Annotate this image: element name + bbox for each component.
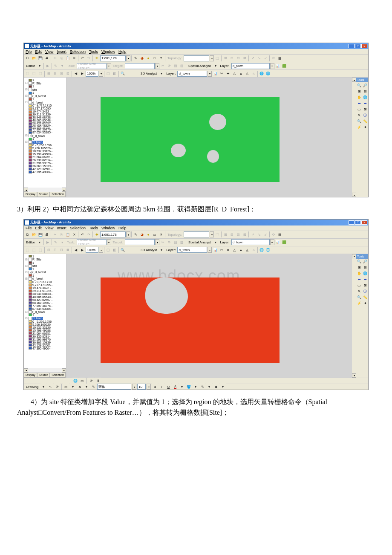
copy-icon[interactable]: ⎘ (58, 231, 64, 237)
font-field[interactable]: 宋体 (97, 384, 131, 390)
underline-icon[interactable]: U (165, 384, 171, 390)
editor-label[interactable]: Editor (25, 240, 36, 244)
interp-icon-3[interactable]: ◬ (244, 71, 250, 77)
scroll-left-icon[interactable]: ◂ (24, 368, 28, 373)
topo-icon-10[interactable]: ▦ (277, 55, 283, 61)
prev-extent-icon[interactable]: ⬅ (356, 100, 362, 106)
fill-color-icon[interactable]: 🪣 (186, 384, 192, 390)
spatial-analyst-label[interactable]: Spatial Analyst (187, 240, 212, 244)
toc-layer-item[interactable]: 1 (25, 85, 65, 88)
toc-layer-item[interactable]: 5,266.165626 - (25, 323, 65, 326)
save-icon[interactable]: 💾 (37, 55, 43, 61)
target-dropdown-icon[interactable]: ▾ (155, 239, 159, 245)
add-data-icon[interactable]: ✚ (94, 55, 100, 61)
scene-icon[interactable]: 🌐 (259, 71, 265, 77)
save-icon[interactable]: 💾 (37, 231, 43, 237)
interp-icon-1[interactable]: △ (231, 71, 237, 77)
pause-icon[interactable]: ⏸ (95, 378, 101, 384)
menu-edit[interactable]: Edit (35, 226, 42, 230)
copy-icon[interactable]: ⎘ (58, 55, 64, 61)
toc-layer-item[interactable]: ⊟R_Site (25, 258, 65, 261)
toc-tab-source[interactable]: Source (37, 192, 50, 197)
topology-dropdown-icon[interactable]: ▾ (210, 231, 214, 237)
paste-icon[interactable]: 📋 (65, 231, 71, 237)
scroll-up-icon[interactable]: ▴ (352, 78, 356, 82)
toc-layer-item[interactable]: 1 (25, 98, 65, 101)
map-view[interactable]: ▴ ▾ (66, 78, 356, 197)
toc-layer-item[interactable]: 68,160.19767 - (25, 125, 65, 128)
toc-layer-item[interactable]: 58,423.02657 - (25, 298, 65, 301)
data-view-icon[interactable]: 🌐 (72, 378, 78, 384)
layout-view-icon[interactable]: ▭ (79, 378, 85, 384)
menu-window[interactable]: Window (101, 226, 115, 230)
new-rect-dd-icon[interactable]: ▾ (70, 384, 76, 390)
undo-icon[interactable]: ↶ (79, 55, 85, 61)
line-color-dd-icon[interactable]: ▾ (206, 384, 212, 390)
toc-layer-item[interactable]: 48,685.85548 - (25, 295, 65, 298)
measure-icon[interactable]: 📏 (362, 295, 368, 301)
toc-layer-item[interactable]: ⊟d_town (25, 140, 65, 144)
toc-layer-item[interactable]: 1 (25, 78, 65, 81)
identify-icon[interactable]: ⓘ (362, 112, 368, 118)
cut-icon[interactable]: ✂ (52, 231, 58, 237)
zoom-dropdown-icon[interactable]: ▾ (99, 71, 103, 77)
toc-layer-item[interactable]: 38,948.68438 - (25, 116, 65, 119)
map-scrollbar-v[interactable]: ▴ ▾ (352, 254, 356, 378)
menu-window[interactable]: Window (101, 49, 115, 54)
layer-checkbox[interactable] (29, 310, 32, 314)
globe-icon[interactable]: 🌐 (265, 247, 271, 253)
delete-icon[interactable]: ✕ (71, 55, 77, 61)
edit-vertices-icon[interactable]: ✎ (90, 384, 96, 390)
layer-checkbox[interactable] (29, 317, 32, 320)
toc-tab-source[interactable]: Source (37, 373, 50, 378)
maximize-button[interactable]: □ (355, 44, 361, 48)
toc-layer-item[interactable]: 26,330.82814 - (25, 159, 65, 162)
undo-icon[interactable]: ↶ (79, 231, 85, 237)
spatial-dropdown-icon[interactable]: ▾ (213, 239, 219, 245)
toc-layer-item[interactable]: 31,596.99376 - (25, 338, 65, 341)
layer-dropdown-icon[interactable]: ▾ (270, 63, 274, 69)
toc-layer-item[interactable]: 47,395.49064 - (25, 171, 65, 173)
toc-layer-item[interactable]: 19,474.3422 - (25, 286, 65, 289)
hyperlink-icon[interactable]: ⚡ (356, 301, 362, 306)
scroll-down-icon[interactable]: ▾ (352, 193, 356, 197)
scroll-right-icon[interactable]: ▸ (62, 188, 66, 192)
toc-layer-item[interactable]: 1 (25, 274, 65, 277)
new-rect-icon[interactable]: ▭ (63, 384, 69, 390)
toc-layer-item[interactable]: 38,948.68438 - (25, 292, 65, 295)
zoom-in-icon[interactable]: 🔍 (356, 82, 362, 88)
previous-icon[interactable]: ◀ (73, 247, 79, 253)
maximize-button[interactable]: □ (355, 220, 361, 225)
next-extent-icon[interactable]: ➡ (362, 100, 368, 106)
toc-layer-item[interactable]: 0 - 9,737.1710 (25, 104, 65, 107)
layer-checkbox[interactable] (29, 81, 32, 85)
menu-file[interactable]: File (26, 49, 32, 54)
interp-icon-2[interactable]: ▲ (238, 247, 244, 253)
toc-layer-item[interactable]: ⊟✓r_d_town (25, 134, 65, 137)
zoom-field[interactable]: 100% (86, 247, 98, 253)
menu-insert[interactable]: Insert (57, 226, 66, 230)
menu-selection[interactable]: Selection (70, 226, 86, 230)
contour-icon[interactable]: 📊 (212, 71, 218, 77)
help-icon[interactable]: ? (158, 55, 164, 61)
toc-tab-display[interactable]: Display (24, 373, 37, 378)
toc-layer-item[interactable]: ⊟d_forest (25, 277, 65, 280)
add-data-icon[interactable]: ✚ (94, 231, 100, 237)
toc-layer-item[interactable]: 1 (25, 91, 65, 94)
select-elements-icon[interactable]: ↖ (356, 112, 362, 118)
toc-layer-item[interactable]: 9,737.171095 - (25, 107, 65, 110)
layer2-dropdown-icon[interactable]: ▾ (208, 247, 212, 253)
toc-scrollbar-h[interactable]: ◂ ▸ (24, 368, 66, 373)
font-color-dd-icon[interactable]: ▾ (179, 384, 185, 390)
layer-checkbox[interactable]: ✓ (29, 134, 32, 137)
rotate-icon[interactable]: ⟳ (54, 384, 60, 390)
fixed-zoom-in-icon[interactable]: ⊞ (356, 88, 362, 94)
toc-layer-item[interactable]: ⊟r_d_forest (25, 94, 65, 98)
scale-field[interactable]: 1:601,178 (100, 231, 126, 237)
hyperlink-icon[interactable]: ⚡ (356, 124, 362, 130)
clear-selection-icon[interactable]: ⊠ (362, 283, 368, 289)
toc-layer-item[interactable]: 1 (25, 137, 65, 140)
toc-layer-item[interactable]: 77,897.36876 - (25, 128, 65, 131)
toc-layer-item[interactable]: 48,685.85548 - (25, 119, 65, 122)
layer-checkbox[interactable] (29, 277, 32, 280)
